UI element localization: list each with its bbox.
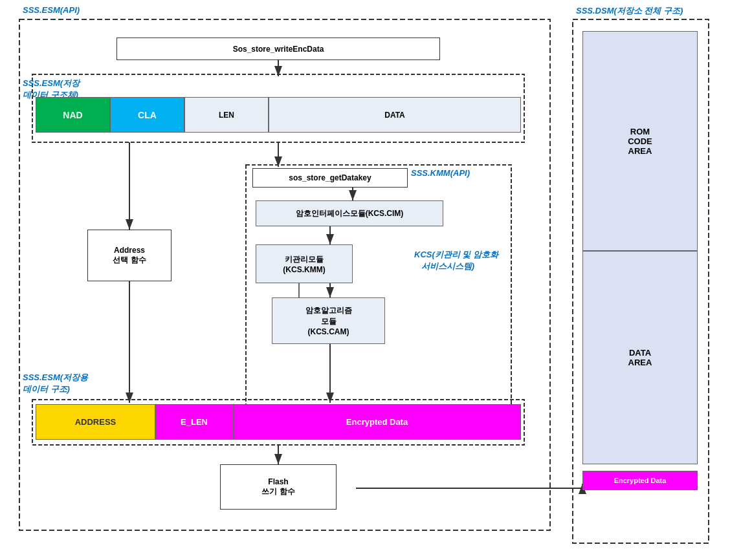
kcs-kmm-box: 키관리모듈 (KCS.KMM)	[256, 244, 353, 283]
data-area-box: DATA AREA	[582, 251, 698, 464]
len-box: LEN	[184, 97, 269, 133]
flash-box: Flash 쓰기 함수	[220, 464, 337, 510]
encrypted-data-bottom-box: Encrypted Data	[233, 404, 521, 440]
data-box: DATA	[269, 97, 521, 133]
kcs-cim-box: 암호인터페이스모듈(KCS.CIM)	[256, 200, 443, 226]
kcs-label: KCS(키관리 및 암호화 서비스시스템)	[414, 249, 498, 272]
kcs-cam-box: 암호알고리즘 모듈 (KCS.CAM)	[272, 297, 385, 344]
e-len-box: E_LEN	[155, 404, 233, 440]
dsm-label: SSS.DSM(저장소 전체 구조)	[576, 5, 683, 17]
address-func-box: Address 선택 함수	[87, 230, 171, 281]
nad-box: NAD	[36, 97, 110, 133]
encrypted-data-dsm-box: Encrypted Data	[582, 471, 698, 490]
esm-storage-label: SSS.ESM(저장용 데이터 구조)	[23, 372, 88, 395]
address-box: ADDRESS	[36, 404, 155, 440]
esm-api-label: SSS.ESM(API)	[23, 5, 80, 15]
cla-box: CLA	[110, 97, 184, 133]
sos-write-box: Sos_store_writeEncData	[116, 38, 440, 60]
rom-area-box: ROM CODE AREA	[582, 31, 698, 251]
kmm-api-label: SSS.KMM(API)	[411, 168, 470, 178]
sos-get-box: sos_store_getDatakey	[252, 168, 408, 188]
